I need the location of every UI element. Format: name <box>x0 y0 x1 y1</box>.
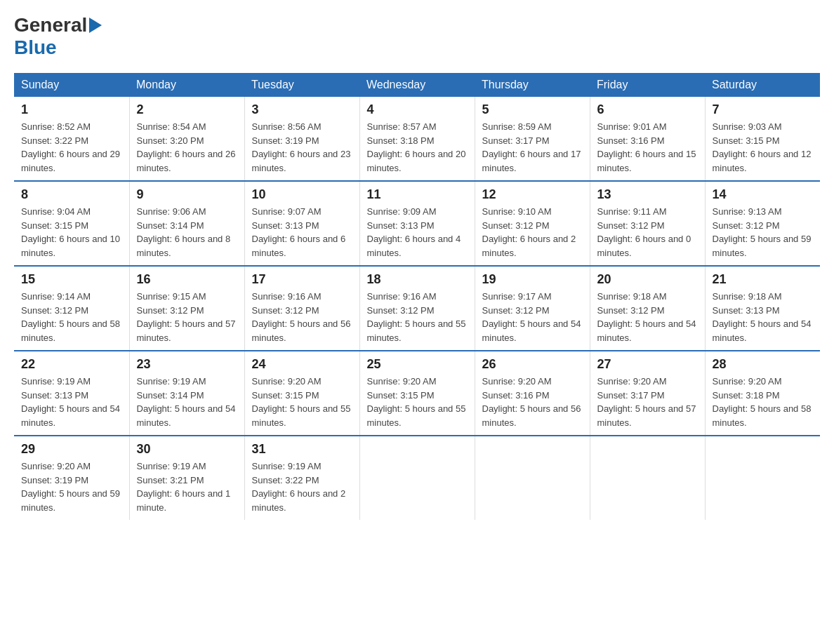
calendar-table: SundayMondayTuesdayWednesdayThursdayFrid… <box>14 73 820 520</box>
day-info: Sunrise: 8:54 AM Sunset: 3:20 PM Dayligh… <box>137 120 237 175</box>
header-tuesday: Tuesday <box>244 73 359 97</box>
day-cell: 11 Sunrise: 9:09 AM Sunset: 3:13 PM Dayl… <box>359 181 475 266</box>
day-info: Sunrise: 9:20 AM Sunset: 3:15 PM Dayligh… <box>252 375 352 429</box>
day-cell <box>590 436 705 520</box>
day-info: Sunrise: 9:13 AM Sunset: 3:12 PM Dayligh… <box>713 205 814 260</box>
day-cell: 5 Sunrise: 8:59 AM Sunset: 3:17 PM Dayli… <box>475 97 590 181</box>
day-info: Sunrise: 9:19 AM Sunset: 3:13 PM Dayligh… <box>21 375 122 429</box>
day-info: Sunrise: 9:09 AM Sunset: 3:13 PM Dayligh… <box>367 205 468 260</box>
day-info: Sunrise: 9:19 AM Sunset: 3:22 PM Dayligh… <box>252 459 352 514</box>
day-info: Sunrise: 9:16 AM Sunset: 3:12 PM Dayligh… <box>252 290 352 344</box>
day-number: 6 <box>597 102 698 117</box>
day-cell <box>475 436 590 520</box>
day-cell: 13 Sunrise: 9:11 AM Sunset: 3:12 PM Dayl… <box>590 181 705 266</box>
day-info: Sunrise: 9:20 AM Sunset: 3:15 PM Dayligh… <box>367 375 468 429</box>
day-cell <box>705 436 820 520</box>
day-info: Sunrise: 9:06 AM Sunset: 3:14 PM Dayligh… <box>137 205 237 260</box>
day-number: 3 <box>252 102 352 117</box>
day-number: 27 <box>597 357 698 372</box>
day-number: 26 <box>482 357 583 372</box>
day-info: Sunrise: 8:52 AM Sunset: 3:22 PM Dayligh… <box>21 120 122 175</box>
day-info: Sunrise: 9:19 AM Sunset: 3:21 PM Dayligh… <box>137 459 237 514</box>
day-cell: 17 Sunrise: 9:16 AM Sunset: 3:12 PM Dayl… <box>244 266 359 351</box>
day-info: Sunrise: 9:20 AM Sunset: 3:18 PM Dayligh… <box>713 375 814 429</box>
day-cell: 10 Sunrise: 9:07 AM Sunset: 3:13 PM Dayl… <box>244 181 359 266</box>
day-info: Sunrise: 8:57 AM Sunset: 3:18 PM Dayligh… <box>367 120 468 175</box>
day-number: 13 <box>597 187 698 202</box>
day-number: 10 <box>252 187 352 202</box>
day-cell: 2 Sunrise: 8:54 AM Sunset: 3:20 PM Dayli… <box>129 97 244 181</box>
day-info: Sunrise: 9:18 AM Sunset: 3:13 PM Dayligh… <box>713 290 814 344</box>
day-number: 17 <box>252 272 352 287</box>
day-number: 22 <box>21 357 122 372</box>
day-number: 21 <box>713 272 814 287</box>
day-info: Sunrise: 9:16 AM Sunset: 3:12 PM Dayligh… <box>367 290 468 344</box>
day-cell: 29 Sunrise: 9:20 AM Sunset: 3:19 PM Dayl… <box>14 436 129 520</box>
day-cell: 26 Sunrise: 9:20 AM Sunset: 3:16 PM Dayl… <box>475 351 590 436</box>
day-info: Sunrise: 9:01 AM Sunset: 3:16 PM Dayligh… <box>597 120 698 175</box>
day-info: Sunrise: 9:19 AM Sunset: 3:14 PM Dayligh… <box>137 375 237 429</box>
day-number: 29 <box>21 442 122 457</box>
day-number: 1 <box>21 102 122 117</box>
day-cell: 21 Sunrise: 9:18 AM Sunset: 3:13 PM Dayl… <box>705 266 820 351</box>
day-info: Sunrise: 9:07 AM Sunset: 3:13 PM Dayligh… <box>252 205 352 260</box>
day-number: 18 <box>367 272 468 287</box>
calendar-header-row: SundayMondayTuesdayWednesdayThursdayFrid… <box>14 73 820 97</box>
day-cell: 12 Sunrise: 9:10 AM Sunset: 3:12 PM Dayl… <box>475 181 590 266</box>
header-friday: Friday <box>590 73 705 97</box>
day-number: 24 <box>252 357 352 372</box>
day-cell: 16 Sunrise: 9:15 AM Sunset: 3:12 PM Dayl… <box>129 266 244 351</box>
day-number: 31 <box>252 442 352 457</box>
week-row-5: 29 Sunrise: 9:20 AM Sunset: 3:19 PM Dayl… <box>14 436 820 520</box>
day-number: 19 <box>482 272 583 287</box>
day-number: 9 <box>137 187 237 202</box>
day-cell: 25 Sunrise: 9:20 AM Sunset: 3:15 PM Dayl… <box>359 351 475 436</box>
day-number: 2 <box>137 102 237 117</box>
day-cell: 20 Sunrise: 9:18 AM Sunset: 3:12 PM Dayl… <box>590 266 705 351</box>
day-cell: 4 Sunrise: 8:57 AM Sunset: 3:18 PM Dayli… <box>359 97 475 181</box>
day-cell: 7 Sunrise: 9:03 AM Sunset: 3:15 PM Dayli… <box>705 97 820 181</box>
day-cell: 6 Sunrise: 9:01 AM Sunset: 3:16 PM Dayli… <box>590 97 705 181</box>
day-number: 14 <box>713 187 814 202</box>
day-number: 5 <box>482 102 583 117</box>
svg-marker-0 <box>89 18 102 33</box>
day-info: Sunrise: 9:04 AM Sunset: 3:15 PM Dayligh… <box>21 205 122 260</box>
day-info: Sunrise: 9:14 AM Sunset: 3:12 PM Dayligh… <box>21 290 122 344</box>
day-info: Sunrise: 9:20 AM Sunset: 3:17 PM Dayligh… <box>597 375 698 429</box>
day-number: 4 <box>367 102 468 117</box>
day-cell: 30 Sunrise: 9:19 AM Sunset: 3:21 PM Dayl… <box>129 436 244 520</box>
day-number: 20 <box>597 272 698 287</box>
day-number: 30 <box>137 442 237 457</box>
day-info: Sunrise: 9:17 AM Sunset: 3:12 PM Dayligh… <box>482 290 583 344</box>
day-cell: 8 Sunrise: 9:04 AM Sunset: 3:15 PM Dayli… <box>14 181 129 266</box>
day-number: 16 <box>137 272 237 287</box>
day-number: 23 <box>137 357 237 372</box>
header-wednesday: Wednesday <box>359 73 475 97</box>
day-cell: 3 Sunrise: 8:56 AM Sunset: 3:19 PM Dayli… <box>244 97 359 181</box>
day-number: 11 <box>367 187 468 202</box>
day-info: Sunrise: 8:59 AM Sunset: 3:17 PM Dayligh… <box>482 120 583 175</box>
day-cell <box>359 436 475 520</box>
day-cell: 18 Sunrise: 9:16 AM Sunset: 3:12 PM Dayl… <box>359 266 475 351</box>
day-info: Sunrise: 9:11 AM Sunset: 3:12 PM Dayligh… <box>597 205 698 260</box>
page-header: General Blue <box>14 14 820 59</box>
logo-general-text: General <box>14 14 87 36</box>
header-saturday: Saturday <box>705 73 820 97</box>
header-thursday: Thursday <box>475 73 590 97</box>
day-number: 8 <box>21 187 122 202</box>
day-info: Sunrise: 9:20 AM Sunset: 3:19 PM Dayligh… <box>21 459 122 514</box>
day-cell: 22 Sunrise: 9:19 AM Sunset: 3:13 PM Dayl… <box>14 351 129 436</box>
day-number: 7 <box>713 102 814 117</box>
week-row-3: 15 Sunrise: 9:14 AM Sunset: 3:12 PM Dayl… <box>14 266 820 351</box>
day-info: Sunrise: 9:03 AM Sunset: 3:15 PM Dayligh… <box>713 120 814 175</box>
day-info: Sunrise: 9:15 AM Sunset: 3:12 PM Dayligh… <box>137 290 237 344</box>
day-number: 28 <box>713 357 814 372</box>
day-cell: 15 Sunrise: 9:14 AM Sunset: 3:12 PM Dayl… <box>14 266 129 351</box>
logo-blue-text: Blue <box>14 36 57 58</box>
header-sunday: Sunday <box>14 73 129 97</box>
day-number: 12 <box>482 187 583 202</box>
day-info: Sunrise: 8:56 AM Sunset: 3:19 PM Dayligh… <box>252 120 352 175</box>
day-cell: 14 Sunrise: 9:13 AM Sunset: 3:12 PM Dayl… <box>705 181 820 266</box>
day-number: 15 <box>21 272 122 287</box>
day-info: Sunrise: 9:10 AM Sunset: 3:12 PM Dayligh… <box>482 205 583 260</box>
